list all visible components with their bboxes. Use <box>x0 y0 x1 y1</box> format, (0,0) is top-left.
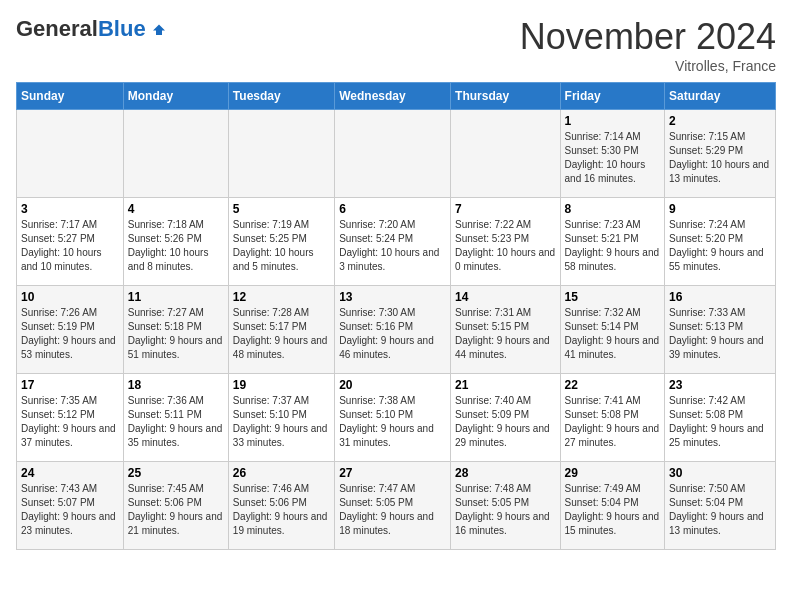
day-info: Sunrise: 7:49 AM Sunset: 5:04 PM Dayligh… <box>565 482 661 538</box>
day-info: Sunrise: 7:19 AM Sunset: 5:25 PM Dayligh… <box>233 218 330 274</box>
day-info: Sunrise: 7:48 AM Sunset: 5:05 PM Dayligh… <box>455 482 556 538</box>
calendar-week-row: 3Sunrise: 7:17 AM Sunset: 5:27 PM Daylig… <box>17 198 776 286</box>
day-header: Sunday <box>17 83 124 110</box>
day-number: 15 <box>565 290 661 304</box>
day-info: Sunrise: 7:17 AM Sunset: 5:27 PM Dayligh… <box>21 218 119 274</box>
day-number: 26 <box>233 466 330 480</box>
day-info: Sunrise: 7:46 AM Sunset: 5:06 PM Dayligh… <box>233 482 330 538</box>
calendar-cell: 11Sunrise: 7:27 AM Sunset: 5:18 PM Dayli… <box>123 286 228 374</box>
day-number: 19 <box>233 378 330 392</box>
day-info: Sunrise: 7:47 AM Sunset: 5:05 PM Dayligh… <box>339 482 446 538</box>
calendar-cell: 1Sunrise: 7:14 AM Sunset: 5:30 PM Daylig… <box>560 110 665 198</box>
logo-general: GeneralBlue <box>16 16 146 42</box>
day-header: Monday <box>123 83 228 110</box>
day-info: Sunrise: 7:30 AM Sunset: 5:16 PM Dayligh… <box>339 306 446 362</box>
day-number: 23 <box>669 378 771 392</box>
day-number: 14 <box>455 290 556 304</box>
page-header: GeneralBlue November 2024 Vitrolles, Fra… <box>16 16 776 74</box>
calendar-cell: 24Sunrise: 7:43 AM Sunset: 5:07 PM Dayli… <box>17 462 124 550</box>
day-number: 18 <box>128 378 224 392</box>
calendar-week-row: 24Sunrise: 7:43 AM Sunset: 5:07 PM Dayli… <box>17 462 776 550</box>
day-info: Sunrise: 7:22 AM Sunset: 5:23 PM Dayligh… <box>455 218 556 274</box>
calendar-cell: 19Sunrise: 7:37 AM Sunset: 5:10 PM Dayli… <box>228 374 334 462</box>
day-number: 25 <box>128 466 224 480</box>
calendar-table: SundayMondayTuesdayWednesdayThursdayFrid… <box>16 82 776 550</box>
calendar-cell: 16Sunrise: 7:33 AM Sunset: 5:13 PM Dayli… <box>665 286 776 374</box>
calendar-cell: 15Sunrise: 7:32 AM Sunset: 5:14 PM Dayli… <box>560 286 665 374</box>
calendar-cell: 21Sunrise: 7:40 AM Sunset: 5:09 PM Dayli… <box>451 374 561 462</box>
day-header: Friday <box>560 83 665 110</box>
calendar-header-row: SundayMondayTuesdayWednesdayThursdayFrid… <box>17 83 776 110</box>
day-number: 4 <box>128 202 224 216</box>
day-number: 29 <box>565 466 661 480</box>
day-number: 17 <box>21 378 119 392</box>
calendar-cell: 2Sunrise: 7:15 AM Sunset: 5:29 PM Daylig… <box>665 110 776 198</box>
calendar-cell: 18Sunrise: 7:36 AM Sunset: 5:11 PM Dayli… <box>123 374 228 462</box>
day-header: Tuesday <box>228 83 334 110</box>
day-info: Sunrise: 7:41 AM Sunset: 5:08 PM Dayligh… <box>565 394 661 450</box>
day-number: 30 <box>669 466 771 480</box>
day-number: 21 <box>455 378 556 392</box>
calendar-cell: 6Sunrise: 7:20 AM Sunset: 5:24 PM Daylig… <box>335 198 451 286</box>
day-number: 13 <box>339 290 446 304</box>
day-info: Sunrise: 7:42 AM Sunset: 5:08 PM Dayligh… <box>669 394 771 450</box>
day-number: 27 <box>339 466 446 480</box>
day-info: Sunrise: 7:27 AM Sunset: 5:18 PM Dayligh… <box>128 306 224 362</box>
calendar-cell: 13Sunrise: 7:30 AM Sunset: 5:16 PM Dayli… <box>335 286 451 374</box>
day-number: 10 <box>21 290 119 304</box>
day-header: Wednesday <box>335 83 451 110</box>
day-number: 12 <box>233 290 330 304</box>
day-info: Sunrise: 7:36 AM Sunset: 5:11 PM Dayligh… <box>128 394 224 450</box>
day-info: Sunrise: 7:31 AM Sunset: 5:15 PM Dayligh… <box>455 306 556 362</box>
day-number: 5 <box>233 202 330 216</box>
calendar-cell <box>228 110 334 198</box>
calendar-cell: 9Sunrise: 7:24 AM Sunset: 5:20 PM Daylig… <box>665 198 776 286</box>
calendar-cell <box>123 110 228 198</box>
calendar-cell: 22Sunrise: 7:41 AM Sunset: 5:08 PM Dayli… <box>560 374 665 462</box>
calendar-cell: 27Sunrise: 7:47 AM Sunset: 5:05 PM Dayli… <box>335 462 451 550</box>
calendar-cell: 29Sunrise: 7:49 AM Sunset: 5:04 PM Dayli… <box>560 462 665 550</box>
day-number: 8 <box>565 202 661 216</box>
day-number: 1 <box>565 114 661 128</box>
calendar-week-row: 10Sunrise: 7:26 AM Sunset: 5:19 PM Dayli… <box>17 286 776 374</box>
calendar-cell: 3Sunrise: 7:17 AM Sunset: 5:27 PM Daylig… <box>17 198 124 286</box>
day-number: 7 <box>455 202 556 216</box>
calendar-cell <box>17 110 124 198</box>
calendar-cell: 4Sunrise: 7:18 AM Sunset: 5:26 PM Daylig… <box>123 198 228 286</box>
day-info: Sunrise: 7:35 AM Sunset: 5:12 PM Dayligh… <box>21 394 119 450</box>
day-info: Sunrise: 7:50 AM Sunset: 5:04 PM Dayligh… <box>669 482 771 538</box>
day-info: Sunrise: 7:15 AM Sunset: 5:29 PM Dayligh… <box>669 130 771 186</box>
day-number: 28 <box>455 466 556 480</box>
calendar-cell: 5Sunrise: 7:19 AM Sunset: 5:25 PM Daylig… <box>228 198 334 286</box>
day-info: Sunrise: 7:28 AM Sunset: 5:17 PM Dayligh… <box>233 306 330 362</box>
day-number: 9 <box>669 202 771 216</box>
day-info: Sunrise: 7:20 AM Sunset: 5:24 PM Dayligh… <box>339 218 446 274</box>
calendar-cell: 14Sunrise: 7:31 AM Sunset: 5:15 PM Dayli… <box>451 286 561 374</box>
calendar-cell: 10Sunrise: 7:26 AM Sunset: 5:19 PM Dayli… <box>17 286 124 374</box>
day-info: Sunrise: 7:24 AM Sunset: 5:20 PM Dayligh… <box>669 218 771 274</box>
day-info: Sunrise: 7:38 AM Sunset: 5:10 PM Dayligh… <box>339 394 446 450</box>
calendar-cell: 26Sunrise: 7:46 AM Sunset: 5:06 PM Dayli… <box>228 462 334 550</box>
day-info: Sunrise: 7:45 AM Sunset: 5:06 PM Dayligh… <box>128 482 224 538</box>
day-info: Sunrise: 7:18 AM Sunset: 5:26 PM Dayligh… <box>128 218 224 274</box>
calendar-cell <box>335 110 451 198</box>
day-info: Sunrise: 7:33 AM Sunset: 5:13 PM Dayligh… <box>669 306 771 362</box>
day-info: Sunrise: 7:43 AM Sunset: 5:07 PM Dayligh… <box>21 482 119 538</box>
calendar-cell: 8Sunrise: 7:23 AM Sunset: 5:21 PM Daylig… <box>560 198 665 286</box>
day-header: Thursday <box>451 83 561 110</box>
day-info: Sunrise: 7:26 AM Sunset: 5:19 PM Dayligh… <box>21 306 119 362</box>
day-info: Sunrise: 7:40 AM Sunset: 5:09 PM Dayligh… <box>455 394 556 450</box>
calendar-cell: 20Sunrise: 7:38 AM Sunset: 5:10 PM Dayli… <box>335 374 451 462</box>
calendar-week-row: 1Sunrise: 7:14 AM Sunset: 5:30 PM Daylig… <box>17 110 776 198</box>
calendar-cell: 12Sunrise: 7:28 AM Sunset: 5:17 PM Dayli… <box>228 286 334 374</box>
day-number: 16 <box>669 290 771 304</box>
calendar-cell: 23Sunrise: 7:42 AM Sunset: 5:08 PM Dayli… <box>665 374 776 462</box>
day-number: 11 <box>128 290 224 304</box>
day-number: 2 <box>669 114 771 128</box>
calendar-cell: 28Sunrise: 7:48 AM Sunset: 5:05 PM Dayli… <box>451 462 561 550</box>
calendar-cell: 17Sunrise: 7:35 AM Sunset: 5:12 PM Dayli… <box>17 374 124 462</box>
day-info: Sunrise: 7:32 AM Sunset: 5:14 PM Dayligh… <box>565 306 661 362</box>
day-number: 20 <box>339 378 446 392</box>
day-number: 22 <box>565 378 661 392</box>
logo-icon <box>150 20 168 38</box>
